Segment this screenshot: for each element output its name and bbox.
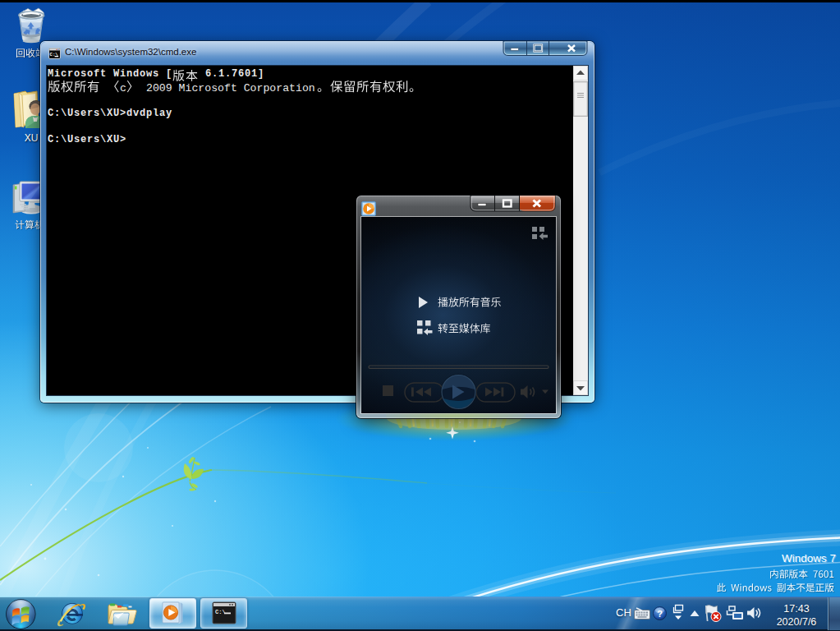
svg-text:C:\: C:\ <box>215 609 226 615</box>
svg-text:Windows 7: Windows 7 <box>782 552 836 564</box>
svg-text:C:\Users\XU>dvdplay: C:\Users\XU>dvdplay <box>48 108 172 119</box>
svg-text:6.1.7601]: 6.1.7601] <box>205 68 264 80</box>
svg-text:2009 Microsoft Corporation: 2009 Microsoft Corporation <box>146 82 315 94</box>
svg-text:?: ? <box>657 609 663 619</box>
svg-text:C:\Users\XU>: C:\Users\XU> <box>48 134 126 145</box>
svg-text:Microsoft Windows [: Microsoft Windows [ <box>48 68 172 80</box>
svg-text:c: c <box>120 82 126 94</box>
